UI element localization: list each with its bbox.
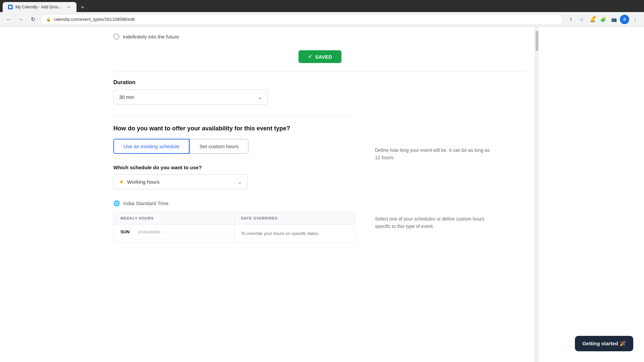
main-layout: Duration 30 min ⌄ How do you want to off… xyxy=(113,79,527,243)
lock-icon: 🔒 xyxy=(46,17,51,22)
tab-close-button[interactable]: ✕ xyxy=(67,4,71,10)
saved-button[interactable]: ✓ SAVED xyxy=(299,50,341,63)
url-text: calendly.com/event_types/161108598/edit xyxy=(54,17,135,22)
day-sun-value: Unavailable xyxy=(138,229,161,234)
forward-button[interactable]: → xyxy=(16,15,25,24)
duration-value: 30 min xyxy=(119,94,134,100)
which-schedule-section: Which schedule do you want to use? ★ Wor… xyxy=(113,165,355,189)
use-existing-schedule-button[interactable]: Use an existing schedule xyxy=(113,139,190,154)
availability-section: How do you want to offer your availabili… xyxy=(113,125,355,154)
getting-started-toast[interactable]: Getting started 🎉 xyxy=(575,336,633,351)
date-overrides-header: DATE OVERRIDES xyxy=(234,212,355,225)
date-overrides-text: To override your hours on specific dates… xyxy=(234,225,355,243)
back-button[interactable]: ← xyxy=(4,15,13,24)
radio-indefinitely-row[interactable]: Indefinitely into the future xyxy=(113,27,527,45)
browser-toolbar: ← → ↻ 🔒 calendly.com/event_types/1611085… xyxy=(0,12,644,27)
tab-title: My Calendly - Add Group Event xyxy=(15,5,63,9)
schedule-dropdown[interactable]: ★ Working hours ⌄ xyxy=(113,174,248,189)
duration-dropdown[interactable]: 30 min ⌄ xyxy=(113,89,268,105)
share-icon[interactable]: ⇧ xyxy=(566,15,576,24)
duration-label: Duration xyxy=(113,79,355,85)
saved-bar: ✓ SAVED xyxy=(113,45,527,71)
active-tab[interactable]: My Calendly - Add Group Event ✕ xyxy=(3,2,76,12)
saved-label: SAVED xyxy=(315,54,332,60)
tab-favicon xyxy=(8,5,13,9)
scrollbar[interactable] xyxy=(535,27,539,362)
schedule-value: Working hours xyxy=(127,179,159,185)
address-bar[interactable]: 🔒 calendly.com/event_types/161108598/edi… xyxy=(40,14,564,25)
date-overrides-col: DATE OVERRIDES To override your hours on… xyxy=(234,212,355,243)
timezone-label: India Standard Time xyxy=(123,200,168,206)
page-wrapper: Indefinitely into the future ✓ SAVED Dur… xyxy=(0,27,644,362)
toast-label: Getting started 🎉 xyxy=(582,341,626,347)
weekly-hours-header: WEEKLY HOURS xyxy=(114,212,234,225)
profile-button[interactable]: S xyxy=(620,15,629,24)
notification-icon[interactable]: 🔔 xyxy=(588,15,597,24)
page-content[interactable]: Indefinitely into the future ✓ SAVED Dur… xyxy=(105,27,535,362)
svg-point-0 xyxy=(9,6,12,8)
browser-window: My Calendly - Add Group Event ✕ + ← → ↻ … xyxy=(0,0,644,362)
duration-chevron-icon: ⌄ xyxy=(258,94,262,100)
availability-help-text: Select one of your schedules or define c… xyxy=(375,216,484,229)
schedule-chevron-icon: ⌄ xyxy=(238,179,242,185)
timezone-row: 🌐 India Standard Time xyxy=(113,200,355,206)
hours-table: WEEKLY HOURS SUN Unavailable DATE OVERRI… xyxy=(113,212,355,243)
availability-question: How do you want to offer your availabili… xyxy=(113,125,355,132)
section-divider-1 xyxy=(113,115,355,116)
availability-help: Select one of your schedules or define c… xyxy=(375,215,496,230)
duration-help: Define how long your event will be. It c… xyxy=(375,146,496,162)
radio-indefinitely-label: Indefinitely into the future xyxy=(123,34,179,40)
set-custom-hours-label: Set custom hours xyxy=(200,143,239,149)
star-icon: ★ xyxy=(119,179,124,185)
set-custom-hours-button[interactable]: Set custom hours xyxy=(190,139,249,154)
duration-section: Duration 30 min ⌄ xyxy=(113,79,355,105)
cast-icon[interactable]: 📺 xyxy=(609,15,619,24)
which-schedule-label: Which schedule do you want to use? xyxy=(113,165,355,170)
schedule-dropdown-left: ★ Working hours xyxy=(119,179,159,185)
menu-icon[interactable]: ⋮ xyxy=(631,15,640,24)
weekly-hours-col: WEEKLY HOURS SUN Unavailable xyxy=(114,212,234,243)
refresh-button[interactable]: ↻ xyxy=(28,15,38,24)
toolbar-actions: ⇧ ☆ 🔔 🧩 📺 S ⋮ xyxy=(566,15,640,24)
availability-toggle-group: Use an existing schedule Set custom hour… xyxy=(113,139,355,154)
globe-icon: 🌐 xyxy=(113,200,120,206)
radio-indefinitely-circle[interactable] xyxy=(113,34,119,40)
bookmark-icon[interactable]: ☆ xyxy=(577,15,586,24)
day-sun-label: SUN xyxy=(120,229,132,234)
duration-help-text: Define how long your event will be. It c… xyxy=(375,147,490,160)
use-existing-schedule-label: Use an existing schedule xyxy=(123,143,179,149)
check-icon: ✓ xyxy=(308,54,312,60)
table-row: SUN Unavailable xyxy=(114,225,234,239)
extensions-icon[interactable]: 🧩 xyxy=(598,15,608,24)
new-tab-button[interactable]: + xyxy=(78,3,87,12)
tab-bar: My Calendly - Add Group Event ✕ + xyxy=(0,0,644,12)
form-section: Duration 30 min ⌄ How do you want to off… xyxy=(113,79,368,243)
help-section: Define how long your event will be. It c… xyxy=(368,79,496,243)
